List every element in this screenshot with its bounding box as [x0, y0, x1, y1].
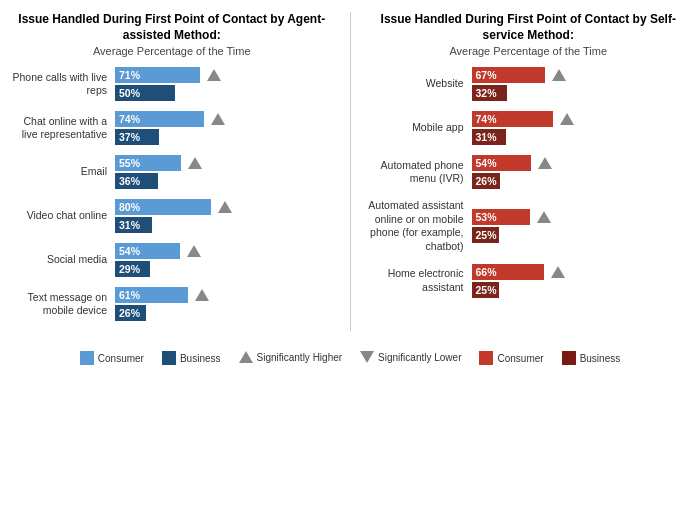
legend-consumer-agent: Consumer	[80, 351, 144, 365]
consumer-bar: 74%	[115, 111, 204, 127]
chart-row: Automated phone menu (IVR)54%26%	[367, 155, 691, 189]
business-value: 25%	[476, 229, 497, 241]
business-bar-wrap: 25%	[472, 227, 551, 243]
business-bar: 26%	[472, 173, 501, 189]
business-bar: 50%	[115, 85, 175, 101]
business-bar-wrap: 29%	[115, 261, 201, 277]
chart-row: Website67%32%	[367, 67, 691, 101]
right-chart: Website67%32%Mobile app74%31%Automated p…	[367, 67, 691, 298]
left-chart: Phone calls with live reps71%50%Chat onl…	[10, 67, 334, 321]
business-bar-wrap: 36%	[115, 173, 202, 189]
sig-higher-triangle-icon	[538, 157, 552, 169]
chart-row: Video chat online80%31%	[10, 199, 334, 233]
business-bar: 31%	[472, 129, 506, 145]
consumer-value: 54%	[119, 245, 140, 257]
sig-higher-triangle-icon	[218, 201, 232, 213]
consumer-value: 55%	[119, 157, 140, 169]
consumer-bar-wrap: 55%	[115, 155, 202, 171]
consumer-bar: 74%	[472, 111, 553, 127]
chart-row: Mobile app74%31%	[367, 111, 691, 145]
right-panel-title: Issue Handled During First Point of Cont…	[367, 12, 691, 43]
chart-row: Text message on mobile device61%26%	[10, 287, 334, 321]
row-label: Automated phone menu (IVR)	[367, 159, 472, 186]
consumer-bar: 66%	[472, 264, 545, 280]
consumer-value: 71%	[119, 69, 140, 81]
bars-group: 54%26%	[472, 155, 552, 189]
bars-group: 67%32%	[472, 67, 567, 101]
chart-row: Social media54%29%	[10, 243, 334, 277]
business-value: 37%	[119, 131, 140, 143]
business-agent-label: Business	[180, 353, 221, 364]
row-label: Social media	[10, 253, 115, 267]
row-label: Mobile app	[367, 121, 472, 135]
consumer-bar: 67%	[472, 67, 546, 83]
business-value: 25%	[476, 284, 497, 296]
sig-higher-label: Significantly Higher	[257, 352, 343, 363]
bars-group: 74%37%	[115, 111, 225, 145]
row-label: Email	[10, 165, 115, 179]
business-bar-wrap: 25%	[472, 282, 566, 298]
consumer-bar: 54%	[472, 155, 531, 171]
consumer-bar: 71%	[115, 67, 200, 83]
business-bar: 25%	[472, 227, 500, 243]
business-bar: 36%	[115, 173, 158, 189]
consumer-bar-wrap: 61%	[115, 287, 209, 303]
consumer-bar: 61%	[115, 287, 188, 303]
right-panel-subtitle: Average Percentage of the Time	[367, 45, 691, 57]
sig-lower-label: Significantly Lower	[378, 352, 461, 363]
bars-group: 54%29%	[115, 243, 201, 277]
consumer-value: 74%	[119, 113, 140, 125]
row-label: Phone calls with live reps	[10, 71, 115, 98]
panel-divider	[350, 12, 351, 331]
consumer-value: 53%	[476, 211, 497, 223]
consumer-agent-label: Consumer	[98, 353, 144, 364]
main-container: Issue Handled During First Point of Cont…	[0, 0, 700, 341]
business-self-label: Business	[580, 353, 621, 364]
sig-higher-triangle-icon	[188, 157, 202, 169]
consumer-value: 80%	[119, 201, 140, 213]
legend-business-agent: Business	[162, 351, 221, 365]
sig-higher-triangle-icon	[187, 245, 201, 257]
business-bar-wrap: 50%	[115, 85, 221, 101]
business-agent-swatch	[162, 351, 176, 365]
consumer-bar-wrap: 54%	[472, 155, 552, 171]
business-bar-wrap: 32%	[472, 85, 567, 101]
business-bar-wrap: 26%	[115, 305, 209, 321]
row-label: Website	[367, 77, 472, 91]
consumer-self-label: Consumer	[497, 353, 543, 364]
sig-higher-triangle-icon	[537, 211, 551, 223]
bars-group: 53%25%	[472, 209, 551, 243]
business-bar: 31%	[115, 217, 152, 233]
consumer-value: 66%	[476, 266, 497, 278]
left-panel-title: Issue Handled During First Point of Cont…	[10, 12, 334, 43]
business-bar-wrap: 26%	[472, 173, 552, 189]
consumer-bar: 54%	[115, 243, 180, 259]
chart-row: Phone calls with live reps71%50%	[10, 67, 334, 101]
chart-row: Home electronic assistant66%25%	[367, 264, 691, 298]
business-value: 26%	[119, 307, 140, 319]
consumer-bar-wrap: 71%	[115, 67, 221, 83]
bars-group: 80%31%	[115, 199, 232, 233]
consumer-bar: 80%	[115, 199, 211, 215]
row-label: Home electronic assistant	[367, 267, 472, 294]
bars-group: 71%50%	[115, 67, 221, 101]
consumer-value: 67%	[476, 69, 497, 81]
sig-higher-triangle-icon	[552, 69, 566, 81]
sig-higher-triangle-icon	[207, 69, 221, 81]
legend-sig-higher: Significantly Higher	[239, 351, 343, 363]
consumer-bar: 55%	[115, 155, 181, 171]
row-label: Chat online with a live representative	[10, 115, 115, 142]
legend-sig-lower: Significantly Lower	[360, 351, 461, 363]
business-value: 36%	[119, 175, 140, 187]
row-label: Automated assistant online or on mobile …	[367, 199, 472, 254]
consumer-bar-wrap: 66%	[472, 264, 566, 280]
business-bar: 26%	[115, 305, 146, 321]
consumer-bar-wrap: 74%	[472, 111, 574, 127]
chart-row: Email55%36%	[10, 155, 334, 189]
business-bar: 32%	[472, 85, 507, 101]
triangle-up-icon	[239, 351, 253, 363]
consumer-bar-wrap: 53%	[472, 209, 551, 225]
left-panel: Issue Handled During First Point of Cont…	[10, 12, 334, 331]
consumer-value: 61%	[119, 289, 140, 301]
row-label: Text message on mobile device	[10, 291, 115, 318]
